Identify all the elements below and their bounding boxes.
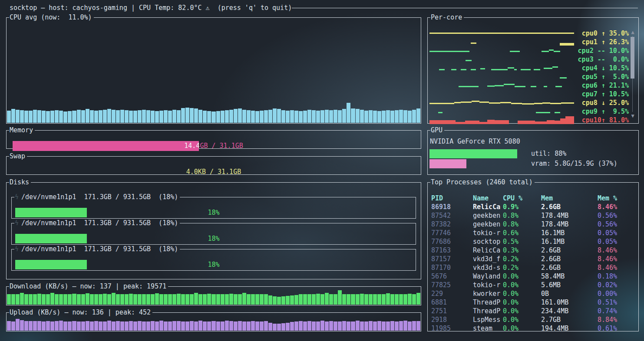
gpu-name: NVIDIA GeForce RTX 5080	[430, 138, 520, 145]
process-cpu: 0.2%	[503, 263, 541, 272]
chart-bar	[364, 111, 368, 123]
scroll-up-icon[interactable]: ▲	[630, 29, 635, 35]
chart-bar	[242, 321, 246, 331]
process-header-row: PIDNameCPU %MemMem %	[428, 194, 638, 203]
cpu-avg-chart	[7, 21, 420, 123]
chart-bar	[203, 321, 207, 331]
process-mem: 194.4MB	[541, 324, 598, 333]
chart-bar	[369, 110, 373, 123]
sparkline-segment	[547, 120, 555, 124]
chart-bar	[90, 321, 94, 331]
chart-bar	[103, 110, 107, 123]
scroll-down-icon[interactable]: ▼	[630, 113, 635, 119]
sparkline-segment	[535, 121, 547, 124]
process-memp: 0.51%	[598, 298, 638, 307]
title-bar: socktop — host: cachyos-gaming | CPU Tem…	[10, 4, 638, 12]
chart-bar	[63, 111, 67, 123]
sparkline-segment	[531, 86, 536, 87]
chart-bar	[238, 108, 242, 123]
chart-bar	[399, 321, 403, 331]
core-label: cpu4 ↓ 10.5%	[576, 64, 629, 72]
disk-lightning-icon: ϟ	[15, 219, 21, 227]
chart-bar	[203, 111, 207, 123]
chart-bar	[120, 321, 124, 331]
sparkline-segment	[511, 103, 522, 104]
process-memp: 0.05%	[598, 237, 638, 246]
per-core-row: cpu0 ↑ 35.0%	[429, 29, 629, 38]
sparkline-segment	[549, 49, 554, 51]
process-mem: 2.6GB	[541, 203, 598, 211]
chart-bar	[299, 294, 303, 305]
chart-bar	[42, 321, 46, 331]
memory-title: Memory	[10, 126, 33, 134]
sparkline-segment	[451, 69, 456, 70]
chart-bar	[356, 109, 360, 123]
core-label: cpu0 ↑ 35.0%	[576, 30, 629, 37]
process-mem: 2.6GB	[541, 263, 598, 272]
chart-bar	[408, 111, 412, 123]
sparkline-segment	[479, 102, 489, 103]
sparkline-segment	[515, 86, 525, 87]
chart-bar	[50, 111, 54, 123]
disk-gauge: 18%18%	[15, 208, 412, 217]
chart-bar	[382, 111, 386, 123]
chart-bar	[360, 321, 364, 331]
gauge-label-on-fill: 14.4GB / 31.1GB	[13, 141, 199, 151]
process-cpu: 0.2%	[503, 255, 541, 263]
per-core-row: cpu8 ↓ 25.0%	[429, 98, 629, 107]
chart-bar	[325, 321, 329, 331]
chart-bar	[168, 294, 172, 305]
per-core-scrollbar[interactable]: ▲ ▼	[630, 29, 635, 119]
title-rule	[292, 8, 638, 8]
chart-bar	[133, 294, 137, 305]
chart-bar	[255, 111, 259, 123]
chart-bar	[369, 294, 373, 305]
per-core-rows: cpu0 ↑ 35.0%cpu1 ↑ 26.3%cpu2 -- 10.0%cpu…	[429, 29, 629, 125]
gpu-util-label: util: 88%	[531, 149, 566, 158]
process-pid: 77825	[431, 281, 473, 289]
chart-bar	[24, 294, 28, 305]
chart-bar	[198, 294, 202, 305]
chart-bar	[268, 295, 272, 305]
chart-bar	[225, 294, 229, 305]
title-text: socktop — host: cachyos-gaming | CPU Tem…	[10, 4, 292, 12]
chart-bar	[172, 321, 176, 331]
gpu-vram-label: vram: 5.8G/15.9G (37%)	[531, 159, 618, 168]
sparkline-segment	[544, 68, 552, 69]
disk-panel: ϟ/dev/nvme1n1p1 171.3GB / 931.5GB (18%)1…	[11, 246, 416, 271]
process-pid: 5676	[431, 272, 473, 281]
chart-bar	[281, 110, 285, 123]
chart-bar	[185, 321, 189, 331]
per-core-row: cpu9 ↑ 9.5%	[429, 107, 629, 116]
chart-bar	[146, 321, 150, 331]
chart-bar	[264, 110, 268, 123]
chart-bar	[377, 294, 381, 305]
chart-bar	[303, 111, 307, 123]
chart-bar	[307, 110, 311, 123]
chart-bar	[294, 295, 298, 305]
scrollbar-thumb[interactable]	[631, 37, 634, 79]
core-label: cpu9 ↑ 9.5%	[576, 108, 629, 115]
sparkline-segment	[480, 68, 485, 69]
core-label: cpu8 ↓ 25.0%	[576, 99, 629, 107]
sparkline-segment	[456, 122, 465, 124]
chart-bar	[86, 293, 89, 305]
chart-bar	[207, 111, 211, 123]
per-core-panel: Per-core cpu0 ↑ 35.0%cpu1 ↑ 26.3%cpu2 --…	[427, 14, 639, 124]
chart-bar	[273, 296, 277, 305]
chart-bar	[159, 111, 163, 123]
chart-bar	[303, 321, 307, 331]
chart-bar	[11, 321, 15, 331]
sparkline-segment	[555, 112, 560, 113]
chart-bar	[390, 321, 394, 331]
chart-bar	[320, 321, 324, 331]
gauge-label-on-fill: 18%	[15, 260, 87, 269]
process-name: vkd3d-s	[473, 263, 503, 272]
per-core-row: cpu5 ↑ 5.0%	[429, 72, 629, 81]
chart-bar	[7, 111, 11, 123]
process-cpu: 0.0%	[503, 298, 541, 307]
chart-bar	[286, 296, 290, 305]
sparkline-segment	[487, 85, 495, 87]
chart-bar	[225, 321, 229, 331]
download-panel: Download (KB/s) — now: 137 | peak: 19571	[6, 283, 421, 305]
